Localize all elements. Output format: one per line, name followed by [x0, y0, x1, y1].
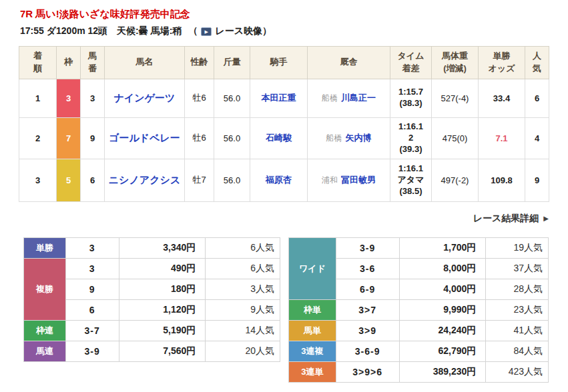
combination-cell: 9 — [65, 279, 119, 299]
combination-cell: 3>7 — [336, 299, 399, 320]
payout-amount-cell: 180円 — [119, 279, 206, 299]
bet-type-label-wakuren: 枠連 — [24, 320, 66, 341]
margin-value: 2 — [392, 133, 430, 144]
payout-row: 単勝 3 3,340円 6人気 — [24, 237, 280, 258]
payout-amount-cell: 62,790円 — [399, 341, 486, 361]
payout-table-right: ワイド 3-9 1,700円 19人気 3-6 8,000円 37人気 6-9 … — [288, 237, 549, 383]
finish-position-cell: 2 — [19, 117, 57, 159]
last3f-value: (38.3) — [392, 98, 430, 109]
horse-weight-cell: 475(0) — [432, 117, 479, 159]
payout-table-left: 単勝 3 3,340円 6人気 複勝 3 490円 6人気 9 180円 3人気… — [23, 237, 280, 362]
popularity-cell: 20人気 — [206, 341, 280, 361]
payout-row: 馬単 3>9 24,240円 41人気 — [289, 320, 549, 341]
horse-name-cell: ニシノアクシス — [105, 159, 185, 201]
payout-amount-cell: 5,190円 — [119, 320, 206, 341]
trainer-link[interactable]: 矢内博 — [346, 133, 372, 143]
sex-age-cell: 牡6 — [185, 79, 214, 117]
popularity-cell: 423人気 — [486, 361, 549, 382]
horse-number-cell: 9 — [81, 117, 105, 159]
race-result-detail-label: レース結果詳細 — [473, 213, 539, 223]
payout-row: 3連複 3-6-9 62,790円 84人気 — [289, 341, 549, 361]
race-video-link[interactable]: （▶レース映像） — [188, 25, 272, 36]
arrow-right-icon: ▶ — [543, 215, 549, 222]
bet-type-label-sanrentan: 3連単 — [289, 361, 336, 382]
combination-cell: 3-7 — [65, 320, 119, 341]
last3f-value: (38.5) — [392, 186, 430, 197]
combination-cell: 6-9 — [336, 279, 399, 299]
payout-amount-cell: 389,230円 — [399, 361, 486, 382]
win-odds-cell: 33.4 — [479, 79, 525, 117]
result-row-1: 1 3 3 ナインゲーツ 牡6 56.0 本田正重 船橋川島正一 1:15.7(… — [19, 79, 549, 117]
bet-type-label-sanrenpuku: 3連複 — [289, 341, 336, 361]
time-margin-cell: 1:15.7(38.3) — [390, 79, 432, 117]
horse-name-link[interactable]: ニシノアクシス — [109, 174, 180, 185]
last3f-value: (39.3) — [392, 144, 430, 155]
payout-amount-cell: 490円 — [119, 258, 206, 279]
results-header-row: 着順 枠 馬番 馬名 性齢 斤量 騎手 厩舎 タイム着差 馬体重(増減) 単勝オ… — [19, 47, 549, 79]
stable-area-label: 船橋 — [326, 133, 342, 143]
payout-row: 複勝 3 490円 6人気 — [24, 258, 280, 279]
paren-close: ） — [262, 25, 272, 36]
horse-weight-cell: 527(-4) — [432, 79, 479, 117]
payout-row: 3連単 3>9>6 389,230円 423人気 — [289, 361, 549, 382]
col-header-waku: 枠 — [57, 47, 81, 79]
col-header-horse-number: 馬番 — [81, 47, 105, 79]
combination-cell: 3-9 — [65, 341, 119, 361]
bet-type-label-umatan: 馬単 — [289, 320, 336, 341]
horse-name-cell: ナインゲーツ — [105, 79, 185, 117]
trainer-link[interactable]: 冨田敏男 — [341, 175, 376, 185]
col-header-time-margin: タイム着差 — [390, 47, 432, 79]
bet-type-label-tansho: 単勝 — [24, 237, 66, 258]
trainer-link[interactable]: 川島正一 — [341, 93, 376, 103]
race-result-detail-link[interactable]: レース結果詳細▶ — [19, 213, 549, 225]
race-conditions: 17:55 ダ1200m 12頭 — [20, 25, 107, 36]
result-row-2: 2 7 9 ゴールドベレー 牡6 56.0 石崎駿 船橋矢内博 1:16.12(… — [19, 117, 549, 159]
horse-name-link[interactable]: ゴールドベレー — [109, 132, 180, 143]
combination-cell: 3 — [65, 237, 119, 258]
race-results-table: 着順 枠 馬番 馬名 性齢 斤量 騎手 厩舎 タイム着差 馬体重(増減) 単勝オ… — [19, 46, 549, 202]
sex-age-cell: 牡7 — [185, 159, 214, 201]
col-header-jockey: 騎手 — [250, 47, 308, 79]
finish-position-cell: 1 — [19, 79, 57, 117]
popularity-cell: 14人気 — [206, 320, 280, 341]
col-header-horse-weight: 馬体重(増減) — [432, 47, 479, 79]
race-info: 17:55 ダ1200m 12頭天候:曇 馬場:稍（▶レース映像） — [20, 25, 549, 37]
time-value: 1:16.1 — [392, 121, 430, 133]
payout-amount-cell: 7,560円 — [119, 341, 206, 361]
col-header-win-odds: 単勝オッズ — [479, 47, 525, 79]
payout-row: 枠単 3>7 9,990円 23人気 — [289, 299, 549, 320]
bet-type-label-umaren: 馬連 — [24, 341, 66, 361]
win-odds-cell: 7.1 — [479, 117, 525, 159]
popularity-cell: 9 — [525, 159, 549, 201]
combination-cell: 6 — [65, 299, 119, 320]
popularity-cell: 3人気 — [206, 279, 280, 299]
popularity-cell: 28人気 — [486, 279, 549, 299]
payout-amount-cell: 1,120円 — [119, 299, 206, 320]
popularity-cell: 23人気 — [486, 299, 549, 320]
stable-cell: 浦和冨田敏男 — [308, 159, 390, 201]
waku-cell: 5 — [57, 159, 81, 201]
finish-position-cell: 3 — [19, 159, 57, 201]
race-result-page: 7R 馬い!淡路いざな味好評発売中記念 17:55 ダ1200m 12頭天候:曇… — [0, 0, 568, 383]
jockey-cell: 石崎駿 — [250, 117, 308, 159]
payout-amount-cell: 8,000円 — [399, 258, 486, 279]
payout-amount-cell: 9,990円 — [399, 299, 486, 320]
jockey-link[interactable]: 石崎駿 — [266, 133, 292, 143]
col-header-horse-name: 馬名 — [105, 47, 185, 79]
result-row-3: 3 5 6 ニシノアクシス 牡7 56.0 福原杏 浦和冨田敏男 1:16.1ア… — [19, 159, 549, 201]
popularity-cell: 6人気 — [206, 258, 280, 279]
popularity-cell: 41人気 — [486, 320, 549, 341]
jockey-link[interactable]: 本田正重 — [262, 93, 296, 103]
race-weather: 天候:曇 馬場:稍 — [117, 25, 182, 36]
payout-row: 馬連 3-9 7,560円 20人気 — [24, 341, 280, 361]
horse-name-link[interactable]: ナインゲーツ — [114, 92, 176, 103]
stable-cell: 船橋川島正一 — [308, 79, 390, 117]
jockey-link[interactable]: 福原杏 — [266, 175, 292, 185]
win-odds-cell: 109.8 — [479, 159, 525, 201]
popularity-cell: 6人気 — [206, 237, 280, 258]
horse-weight-cell: 497(-2) — [432, 159, 479, 201]
time-margin-cell: 1:16.12(39.3) — [390, 117, 432, 159]
combination-cell: 3>9 — [336, 320, 399, 341]
sex-age-cell: 牡6 — [185, 117, 214, 159]
payout-amount-cell: 1,700円 — [399, 237, 486, 258]
